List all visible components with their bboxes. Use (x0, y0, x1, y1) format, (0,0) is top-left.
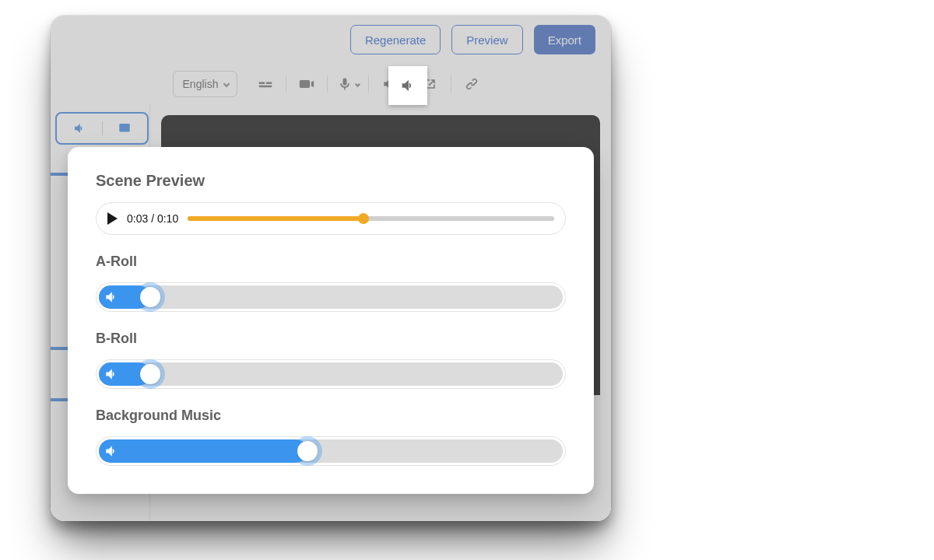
svg-rect-0 (259, 82, 265, 85)
aroll-title: A-Roll (96, 254, 566, 270)
slider-thumb[interactable] (297, 441, 318, 461)
sidebar-tab-media[interactable] (103, 121, 148, 135)
audio-settings-popover: Scene Preview 0:03 / 0:10 A-Roll B-R (68, 147, 594, 494)
sidebar-tab-audio[interactable] (57, 121, 103, 135)
slider-thumb[interactable] (140, 364, 160, 384)
chevron-down-icon (223, 81, 230, 87)
volume-icon (104, 443, 119, 459)
progress-thumb[interactable] (358, 213, 369, 224)
volume-tool-active[interactable] (388, 66, 427, 105)
progress-fill (188, 216, 363, 221)
separator (286, 75, 286, 93)
scene-preview-player: 0:03 / 0:10 (96, 202, 566, 235)
separator (451, 75, 451, 93)
subtitles-icon[interactable] (248, 67, 283, 101)
svg-rect-1 (266, 82, 272, 85)
link-icon[interactable] (455, 67, 489, 101)
export-button[interactable]: Export (534, 25, 595, 54)
slider-thumb[interactable] (140, 287, 160, 307)
bgm-title: Background Music (96, 408, 566, 424)
scene-preview-title: Scene Preview (96, 172, 566, 190)
aroll-slider[interactable] (96, 282, 566, 312)
time-label: 0:03 / 0:10 (127, 212, 178, 225)
volume-icon (104, 366, 119, 382)
play-button[interactable] (107, 212, 118, 225)
mic-dropdown[interactable] (331, 67, 365, 101)
separator (327, 75, 328, 93)
regenerate-button[interactable]: Regenerate (350, 25, 441, 54)
toolbar: English (51, 64, 611, 104)
svg-rect-3 (120, 124, 131, 132)
app-window: Regenerate Preview Export English (51, 16, 611, 521)
top-bar: Regenerate Preview Export (51, 16, 611, 64)
broll-title: B-Roll (96, 331, 566, 347)
sidebar-tabs[interactable] (55, 112, 149, 145)
language-label: English (183, 78, 219, 90)
progress-track[interactable] (188, 216, 554, 221)
language-select[interactable]: English (173, 71, 238, 97)
chevron-down-icon (355, 81, 360, 86)
video-icon[interactable] (290, 67, 324, 101)
preview-button[interactable]: Preview (451, 25, 522, 54)
svg-rect-2 (259, 86, 272, 88)
volume-icon (104, 289, 119, 305)
separator (368, 75, 369, 93)
bgm-slider[interactable] (96, 436, 566, 466)
broll-slider[interactable] (96, 359, 566, 389)
